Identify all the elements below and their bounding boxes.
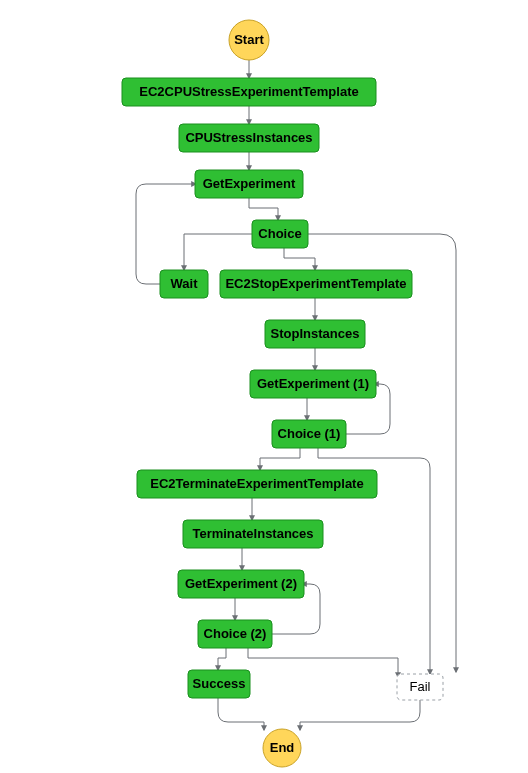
node-wait: Wait	[160, 270, 208, 298]
end-node: End	[263, 729, 301, 767]
edge-n3-n4	[249, 198, 278, 220]
node-label: Choice	[258, 226, 301, 241]
node-get-experiment-2: GetExperiment (2)	[178, 570, 304, 598]
node-fail: Fail	[397, 674, 443, 700]
node-get-experiment-1: GetExperiment (1)	[250, 370, 376, 398]
edge-n14-end	[218, 698, 264, 730]
node-stop-instances: StopInstances	[265, 320, 365, 348]
node-label: GetExperiment	[203, 176, 296, 191]
node-choice-1: Choice (1)	[272, 420, 346, 448]
node-label: Choice (1)	[278, 426, 341, 441]
node-label: Wait	[171, 276, 199, 291]
node-ec2-stop-template: EC2StopExperimentTemplate	[220, 270, 412, 298]
edge-n13-n14	[218, 648, 226, 670]
node-get-experiment: GetExperiment	[195, 170, 303, 198]
node-success: Success	[188, 670, 250, 698]
fail-label: Fail	[410, 679, 431, 694]
node-cpu-stress-instances: CPUStressInstances	[179, 124, 319, 152]
node-choice-2: Choice (2)	[198, 620, 272, 648]
start-node: Start	[229, 20, 269, 60]
node-choice: Choice	[252, 220, 308, 248]
node-ec2-terminate-template: EC2TerminateExperimentTemplate	[137, 470, 377, 498]
end-label: End	[270, 740, 295, 755]
node-label: EC2TerminateExperimentTemplate	[150, 476, 363, 491]
node-label: GetExperiment (2)	[185, 576, 297, 591]
node-label: TerminateInstances	[192, 526, 313, 541]
node-label: Choice (2)	[204, 626, 267, 641]
node-terminate-instances: TerminateInstances	[183, 520, 323, 548]
node-label: CPUStressInstances	[185, 130, 312, 145]
edge-n13-fail	[248, 648, 398, 677]
node-label: GetExperiment (1)	[257, 376, 369, 391]
node-label: EC2CPUStressExperimentTemplate	[139, 84, 358, 99]
node-label: StopInstances	[271, 326, 360, 341]
edge-n4-fail	[306, 234, 456, 672]
start-label: Start	[234, 32, 264, 47]
edge-n4-n5	[184, 234, 254, 270]
node-ec2-cpu-stress-template: EC2CPUStressExperimentTemplate	[122, 78, 376, 106]
edge-n4-n6	[284, 248, 315, 270]
node-label: Success	[193, 676, 246, 691]
edge-fail-end	[300, 700, 420, 730]
node-label: EC2StopExperimentTemplate	[225, 276, 406, 291]
edge-n9-n10	[260, 448, 300, 470]
